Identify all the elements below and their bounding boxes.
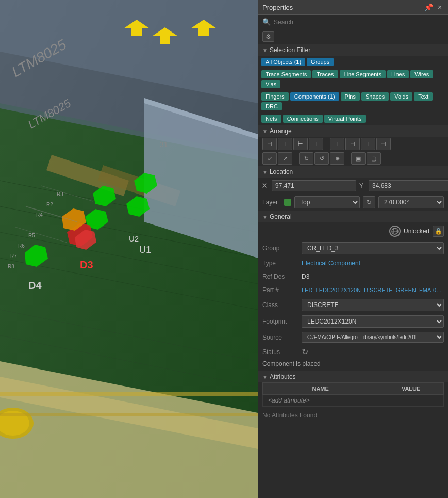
svg-text:R6: R6 xyxy=(18,243,25,249)
location-xy-row: X Y xyxy=(258,178,448,194)
pin-icon[interactable]: 📌 xyxy=(424,3,433,11)
arrange-btn-3[interactable]: ⊢ xyxy=(293,138,308,150)
partnum-row: Part # LED_LEDC2012X120N_DISCRETE_GREEN_… xyxy=(258,283,448,297)
arrange-btn-8[interactable]: ⊣ xyxy=(376,138,391,150)
add-attribute-row[interactable]: <add attribute> xyxy=(263,395,444,407)
search-icon: 🔍 xyxy=(262,18,271,26)
svg-text:R7: R7 xyxy=(10,253,17,259)
partnum-value[interactable]: LED_LEDC2012X120N_DISCRETE_GREEN_FMA-000… xyxy=(302,287,444,293)
class-label: Class xyxy=(262,301,298,309)
filter-wires[interactable]: Wires xyxy=(410,70,433,78)
footprint-row: Footprint LEDC2012X120N xyxy=(258,313,448,330)
panel-body: 🔍 ⚙ ▼ Selection Filter All Objects (1) G… xyxy=(258,15,448,498)
close-icon[interactable]: × xyxy=(436,3,444,11)
layer-select[interactable]: Top Bottom xyxy=(294,196,360,208)
group-select[interactable]: CR_LED_3 xyxy=(302,242,444,254)
filter-buttons-row3: Fingers Components (1) Pins Shapes Voids… xyxy=(258,90,448,113)
filter-connections[interactable]: Connections xyxy=(283,115,323,123)
y-input[interactable] xyxy=(369,180,448,191)
attributes-arrow: ▼ xyxy=(262,374,268,380)
attr-col-name: NAME xyxy=(263,383,378,395)
add-attribute-cell[interactable]: <add attribute> xyxy=(263,395,378,407)
filter-drc[interactable]: DRC xyxy=(261,102,282,110)
rotate-button[interactable]: ↻ xyxy=(363,196,375,208)
y-label: Y xyxy=(359,182,366,189)
refdes-value: D3 xyxy=(302,273,309,280)
filter-shapes[interactable]: Shapes xyxy=(361,92,389,101)
filter-pins[interactable]: Pins xyxy=(341,92,360,101)
properties-panel: Properties 📌 × 🔍 ⚙ ▼ Selection Filter Al… xyxy=(258,0,448,498)
search-input[interactable] xyxy=(274,19,444,26)
type-value[interactable]: Electrical Component xyxy=(302,260,360,267)
arrange-btn-4[interactable]: ⊤ xyxy=(309,138,323,150)
angle-select[interactable]: 270.000° 0.000° 90.000° 180.000° xyxy=(378,196,444,208)
arrange-btn-9[interactable]: ↙ xyxy=(262,152,277,165)
filter-groups[interactable]: Groups xyxy=(307,58,334,66)
status-row: Status ↻ xyxy=(258,345,448,359)
filter-traces[interactable]: Traces xyxy=(312,70,338,78)
arrange-btn-7[interactable]: ⊥ xyxy=(361,138,375,150)
filter-components[interactable]: Components (1) xyxy=(290,92,339,101)
arrange-btn-11[interactable]: ↻ xyxy=(299,152,313,165)
arrange-btn-12[interactable]: ↺ xyxy=(314,152,329,165)
filter-trace-segments[interactable]: Trace Segments xyxy=(261,70,311,78)
selection-filter-header[interactable]: ▼ Selection Filter xyxy=(258,44,448,56)
svg-text:D3: D3 xyxy=(80,259,93,270)
filter-text[interactable]: Text xyxy=(414,92,433,101)
filter-fingers[interactable]: Fingers xyxy=(261,92,289,101)
x-input[interactable] xyxy=(272,180,356,191)
layer-label: Layer xyxy=(262,199,281,206)
filter-buttons-row4: Nets Connections Virtual Points xyxy=(258,113,448,125)
filter-icon-button[interactable]: ⚙ xyxy=(262,31,274,42)
svg-rect-38 xyxy=(0,392,258,396)
svg-rect-39 xyxy=(0,413,258,416)
general-label: General xyxy=(270,213,292,220)
arrange-btn-14[interactable]: ▣ xyxy=(351,152,366,165)
panel-title: Properties xyxy=(262,4,293,11)
general-arrow: ▼ xyxy=(262,214,268,220)
arrange-btn-1[interactable]: ⊣ xyxy=(262,138,277,150)
filter-lines[interactable]: Lines xyxy=(387,70,409,78)
refdes-label: Ref Des xyxy=(262,273,298,280)
component-placed-text: Component is placed xyxy=(262,360,321,367)
layer-color-dot xyxy=(284,199,291,206)
source-select[interactable]: C:/EMA/CIP-E/Allegro_Library/symbols/led… xyxy=(302,332,444,343)
search-row: 🔍 xyxy=(258,15,448,29)
general-header[interactable]: ▼ General xyxy=(258,211,448,222)
component-placed-row: Component is placed xyxy=(258,359,448,371)
add-attribute-value-cell xyxy=(378,395,444,407)
footprint-select[interactable]: LEDC2012X120N xyxy=(302,315,444,328)
svg-text:31: 31 xyxy=(160,140,168,149)
lock-button[interactable]: 🔒 xyxy=(433,226,444,237)
source-label: Source xyxy=(262,334,298,341)
globe-icon xyxy=(389,226,401,237)
arrange-header[interactable]: ▼ Arrange xyxy=(258,125,448,137)
arrange-btn-6[interactable]: ⊣ xyxy=(345,138,360,150)
svg-text:R4: R4 xyxy=(36,212,43,218)
filter-line-segments[interactable]: Line Segments xyxy=(340,70,386,78)
location-header[interactable]: ▼ Location xyxy=(258,166,448,178)
pcb-canvas[interactable]: LTM8025 LTM8025 D3 D4 U1 U2 xyxy=(0,0,258,498)
status-refresh-button[interactable]: ↻ xyxy=(302,347,308,357)
filter-nets[interactable]: Nets xyxy=(261,115,281,123)
selection-filter-label: Selection Filter xyxy=(270,46,310,54)
arrange-btn-13[interactable]: ⊕ xyxy=(330,152,344,165)
attributes-header[interactable]: ▼ Attributes xyxy=(258,371,448,382)
unlocked-row: Unlocked 🔒 xyxy=(258,222,448,240)
arrange-btn-10[interactable]: ↗ xyxy=(278,152,292,165)
footprint-label: Footprint xyxy=(262,318,298,325)
arrange-btn-5[interactable]: ⊤ xyxy=(330,138,344,150)
filter-virtual-points[interactable]: Virtual Points xyxy=(324,115,366,123)
arrange-label: Arrange xyxy=(270,127,292,135)
filter-all-objects[interactable]: All Objects (1) xyxy=(261,58,305,66)
arrange-btn-2[interactable]: ⊥ xyxy=(278,138,292,150)
arrange-btn-15[interactable]: ▢ xyxy=(367,152,381,165)
panel-header: Properties 📌 × xyxy=(258,0,448,15)
filter-buttons-row2: Trace Segments Traces Line Segments Line… xyxy=(258,68,448,90)
svg-text:U2: U2 xyxy=(129,234,139,243)
filter-voids[interactable]: Voids xyxy=(390,92,412,101)
class-select[interactable]: DISCRETE xyxy=(302,299,444,311)
location-arrow: ▼ xyxy=(262,169,268,175)
svg-text:R2: R2 xyxy=(46,202,53,207)
filter-vias[interactable]: Vias xyxy=(261,80,280,88)
